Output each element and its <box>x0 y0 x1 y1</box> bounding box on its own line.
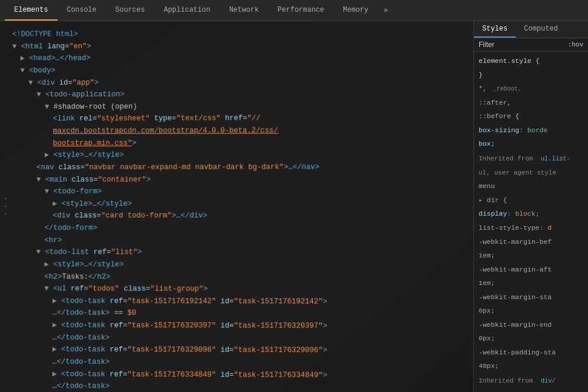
tab-more[interactable]: » <box>378 0 394 21</box>
dom-line-task1: ▶ <todo-task ref="task-1517176192142" id… <box>12 295 473 309</box>
dom-line-nav: <nav class="navbar navbar-expand-md navb… <box>12 161 473 173</box>
dom-line-h2: <h2>Tasks:</h2> <box>12 271 473 284</box>
dom-line-todo-form: ▼ <todo-form> <box>12 186 473 198</box>
style-prop-webkit-0px-1: 0px; <box>474 304 588 318</box>
style-rule-after: ::after, <box>474 96 588 110</box>
styles-panel: Styles Computed :hov element.style { } *… <box>473 21 588 392</box>
tab-elements[interactable]: Elements <box>5 0 58 21</box>
dom-line-todo-app: ▼ <todo-application> <box>12 88 473 101</box>
dom-line-todo-form-close: </todo-form> <box>12 222 473 234</box>
tab-styles[interactable]: Styles <box>474 21 516 38</box>
style-prop-webkit-margin-aft: -webkit-margin-aft <box>474 263 588 277</box>
dom-line-style3: ▶ <style>…</style> <box>12 259 473 272</box>
dom-panel: ··· <!DOCTYPE html> ▼ <html lang="en"> ▶… <box>0 21 473 392</box>
style-rule-star: *, _reboot. <box>474 82 588 96</box>
style-prop-box-sizing: box-sizing: borde <box>474 123 588 138</box>
style-prop-webkit-margin-end: -webkit-margin-end <box>474 318 588 332</box>
hov-button[interactable]: :hov <box>568 41 583 48</box>
style-prop-box: box; <box>474 137 588 151</box>
style-prop-webkit-1em-1: 1em; <box>474 249 588 263</box>
style-rule-body: body <box>474 388 588 392</box>
style-inherited-ul: Inherited from ul.list- <box>474 151 588 166</box>
styles-filter-bar: :hov <box>474 38 588 52</box>
dom-line-shadow-root: ▼ #shadow-root (open) <box>12 100 473 113</box>
style-prop-webkit-0px-2: 0px; <box>474 331 588 346</box>
dom-line-hr: <hr> <box>12 234 473 247</box>
style-prop-list-style: list-style-type: d <box>474 221 588 235</box>
dom-line-link: <link rel="stylesheet" type="text/css" h… <box>12 112 473 125</box>
dom-line-task4-close: …</todo-task> <box>11 380 473 392</box>
style-prop-webkit-margin-sta: -webkit-margin-sta <box>474 290 588 304</box>
dom-line-div-app: ▼ <div id="app"> <box>12 75 473 89</box>
style-rule-dir: ▸ dir { <box>474 193 588 207</box>
dom-line-div-card: <div class="card todo-form">…</div> <box>12 210 473 222</box>
dom-line-body: ▼ <body> <box>12 63 473 77</box>
tab-console[interactable]: Console <box>58 0 106 21</box>
tab-performance[interactable]: Performance <box>268 0 333 21</box>
styles-tab-bar: Styles Computed <box>474 21 588 38</box>
styles-filter-input[interactable] <box>479 41 526 49</box>
style-rule-element-close: } <box>474 68 588 82</box>
style-prop-webkit-padding-sta: -webkit-padding-sta <box>474 346 588 360</box>
dom-tree: <!DOCTYPE html> ▼ <html lang="en"> ▶ <he… <box>0 24 473 392</box>
dom-line-task3-close: …</todo-task> <box>11 356 473 370</box>
style-prop-webkit-margin-bef: -webkit-margin-bef <box>474 235 588 249</box>
dom-line-link-href2: bootstrap.min.css"> <box>12 136 473 149</box>
tab-computed[interactable]: Computed <box>516 21 566 38</box>
dom-line-head: ▶ <head>…</head> <box>12 51 473 65</box>
style-rule-before: ::before { <box>474 109 588 123</box>
dom-line-ul: ▼ <ul ref="todos" class="list-group"> <box>12 283 473 296</box>
styles-content: element.style { } *, _reboot. ::after, :… <box>474 52 588 392</box>
dom-line-task1-eq: …</todo-task> == $0 <box>11 307 473 321</box>
style-prop-webkit-40px: 40px; <box>474 359 588 373</box>
style-inherited-div: Inherited from div/ <box>474 373 588 388</box>
dom-line-todo-list: ▼ <todo-list ref="list"> <box>12 246 473 259</box>
dom-line-task3: ▶ <todo-task ref="task-1517176329096" id… <box>11 344 473 358</box>
tab-application[interactable]: Application <box>154 0 219 21</box>
dom-line-task2-close: …</todo-task> <box>11 331 473 345</box>
style-rule-ul: ul, user agent style <box>474 166 588 180</box>
dom-line-task2: ▶ <todo-task ref="task-1517176320397" id… <box>11 319 473 333</box>
style-rule-menu: menu <box>474 179 588 193</box>
dom-line-style1: ▶ <style>…</style> <box>12 149 473 162</box>
style-prop-display: display: block; <box>474 207 588 221</box>
dom-line-main: ▼ <main class="container"> <box>12 173 473 186</box>
tab-bar: Elements Console Sources Application Net… <box>0 0 588 21</box>
dom-line-link-href: maxcdn.bootstrapcdn.com/bootstrap/4.0.0-… <box>12 125 473 138</box>
tab-memory[interactable]: Memory <box>333 0 377 21</box>
tab-network[interactable]: Network <box>220 0 268 21</box>
dom-line-style2: ▶ <style>…</style> <box>12 198 473 210</box>
tab-sources[interactable]: Sources <box>106 0 154 21</box>
style-prop-webkit-1em-2: 1em; <box>474 276 588 290</box>
style-rule-element: element.style { <box>474 54 588 68</box>
main-content: ··· <!DOCTYPE html> ▼ <html lang="en"> ▶… <box>0 21 588 392</box>
dom-line-html: ▼ <html lang="en"> <box>12 39 473 53</box>
